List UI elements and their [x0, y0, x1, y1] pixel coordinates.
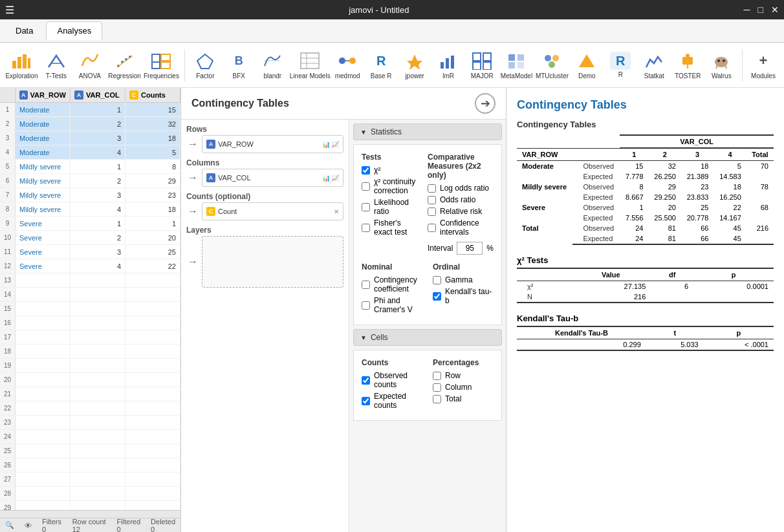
- maximize-button[interactable]: □: [758, 5, 763, 15]
- counts-field[interactable]: C Count ✕: [202, 202, 343, 220]
- oddsratio-checkbox[interactable]: [428, 196, 436, 204]
- cell-varcol[interactable]: 4: [71, 202, 125, 216]
- columns-bar-icon[interactable]: 📈: [331, 175, 339, 182]
- cell-varrow[interactable]: [16, 387, 71, 401]
- table-row[interactable]: 20: [0, 373, 180, 387]
- cell-varcol[interactable]: [71, 487, 125, 500]
- toolbar-jpower[interactable]: jpower: [399, 48, 430, 82]
- cells-header[interactable]: ▼ Cells: [353, 329, 502, 346]
- statistics-header[interactable]: ▼ Statistics: [353, 123, 502, 140]
- cell-varcol[interactable]: [71, 288, 125, 301]
- cell-varrow[interactable]: [16, 373, 71, 387]
- cell-counts[interactable]: 20: [125, 231, 180, 244]
- phi-checkbox[interactable]: [362, 301, 370, 310]
- cell-varrow[interactable]: [16, 273, 71, 287]
- cell-counts[interactable]: [125, 273, 180, 287]
- cell-varcol[interactable]: 4: [71, 259, 125, 273]
- cell-varrow[interactable]: Mildly severe: [16, 174, 71, 187]
- cell-varcol[interactable]: [71, 316, 125, 330]
- cell-varrow[interactable]: Mildly severe: [16, 160, 71, 173]
- cell-varrow[interactable]: Severe: [16, 231, 71, 244]
- toolbar-medmod[interactable]: medmod: [332, 48, 363, 82]
- row-pct-checkbox[interactable]: [433, 372, 441, 380]
- cell-varcol[interactable]: [71, 416, 125, 429]
- columns-arrow[interactable]: →: [186, 172, 199, 184]
- cell-varrow[interactable]: Severe: [16, 245, 71, 259]
- cell-counts[interactable]: [125, 416, 180, 429]
- cell-varrow[interactable]: Severe: [16, 259, 71, 273]
- table-row[interactable]: 21: [0, 387, 180, 401]
- rows-arrow[interactable]: →: [186, 138, 199, 150]
- fisher-checkbox[interactable]: [362, 224, 370, 232]
- table-row[interactable]: 2 Moderate 2 32: [0, 117, 180, 131]
- table-row[interactable]: 22: [0, 401, 180, 416]
- col-header-varcol[interactable]: A VAR_COL: [71, 88, 125, 102]
- toolbar-statkat[interactable]: Statkat: [638, 48, 670, 82]
- cell-counts[interactable]: [125, 330, 180, 344]
- cell-counts[interactable]: 18: [125, 131, 180, 145]
- cell-counts[interactable]: [125, 401, 180, 415]
- cell-varcol[interactable]: [71, 430, 125, 443]
- cell-counts[interactable]: [125, 302, 180, 315]
- cell-varcol[interactable]: [71, 444, 125, 458]
- table-row[interactable]: 16: [0, 316, 180, 330]
- chi2-checkbox[interactable]: [362, 166, 370, 175]
- contingencycoeff-checkbox[interactable]: [362, 281, 370, 289]
- cell-varrow[interactable]: [16, 330, 71, 344]
- table-row[interactable]: 24: [0, 430, 180, 444]
- table-row[interactable]: 19: [0, 359, 180, 373]
- cell-counts[interactable]: [125, 473, 180, 486]
- expected-checkbox[interactable]: [362, 397, 370, 405]
- cell-varrow[interactable]: [16, 316, 71, 330]
- toolbar-r[interactable]: R R: [605, 49, 636, 81]
- cell-varrow[interactable]: Moderate: [16, 131, 71, 145]
- toolbar-baser[interactable]: R Base R: [365, 48, 397, 82]
- cell-counts[interactable]: [125, 359, 180, 372]
- observed-checkbox-row[interactable]: Observed counts: [362, 371, 422, 389]
- window-controls[interactable]: ─ □ ✕: [744, 5, 779, 15]
- table-row[interactable]: 4 Moderate 4 5: [0, 145, 180, 160]
- cell-counts[interactable]: [125, 288, 180, 301]
- toolbar-mtucluster[interactable]: MTUcluster: [536, 48, 569, 82]
- tab-data[interactable]: Data: [5, 22, 43, 39]
- rows-bar-icon[interactable]: 📈: [331, 141, 339, 148]
- toolbar-anova[interactable]: ANOVA: [74, 48, 105, 82]
- columns-chart-icon[interactable]: 📊: [322, 175, 330, 182]
- rows-chart-icon[interactable]: 📊: [322, 141, 330, 148]
- observed-checkbox[interactable]: [362, 376, 370, 385]
- cell-counts[interactable]: 15: [125, 103, 180, 116]
- cell-varrow[interactable]: Mildly severe: [16, 188, 71, 202]
- total-pct-checkbox-row[interactable]: Total: [433, 394, 494, 403]
- cell-counts[interactable]: [125, 458, 180, 472]
- toolbar-toster[interactable]: TOSTER: [672, 48, 703, 82]
- cell-varcol[interactable]: [71, 373, 125, 387]
- cell-varrow[interactable]: [16, 458, 71, 472]
- interval-input[interactable]: [457, 242, 483, 255]
- cell-varrow[interactable]: [16, 401, 71, 415]
- oddsratio-checkbox-row[interactable]: Odds ratio: [428, 195, 494, 204]
- counts-remove-icon[interactable]: ✕: [334, 208, 339, 215]
- table-row[interactable]: 23: [0, 416, 180, 430]
- hamburger-icon[interactable]: ☰: [5, 4, 14, 16]
- cell-varcol[interactable]: [71, 458, 125, 472]
- cell-varcol[interactable]: [71, 401, 125, 415]
- table-row[interactable]: 6 Mildly severe 2 29: [0, 174, 180, 188]
- cell-counts[interactable]: [125, 430, 180, 443]
- columns-field[interactable]: A VAR_COL 📊 📈: [202, 169, 343, 187]
- table-row[interactable]: 5 Mildly severe 1 8: [0, 160, 180, 174]
- cell-varcol[interactable]: [71, 501, 125, 510]
- cell-varcol[interactable]: 1: [71, 103, 125, 116]
- cell-varcol[interactable]: [71, 345, 125, 358]
- table-row[interactable]: 29: [0, 501, 180, 510]
- cell-varcol[interactable]: [71, 330, 125, 344]
- table-row[interactable]: 26: [0, 458, 180, 473]
- cell-varrow[interactable]: [16, 302, 71, 315]
- minimize-button[interactable]: ─: [744, 5, 750, 15]
- cell-counts[interactable]: [125, 316, 180, 330]
- continuity-checkbox[interactable]: [362, 182, 370, 191]
- toolbar-demo[interactable]: Demo: [571, 48, 602, 82]
- cell-varrow[interactable]: [16, 359, 71, 372]
- cell-varcol[interactable]: 2: [71, 117, 125, 131]
- cell-varrow[interactable]: [16, 501, 71, 510]
- cell-counts[interactable]: 18: [125, 202, 180, 216]
